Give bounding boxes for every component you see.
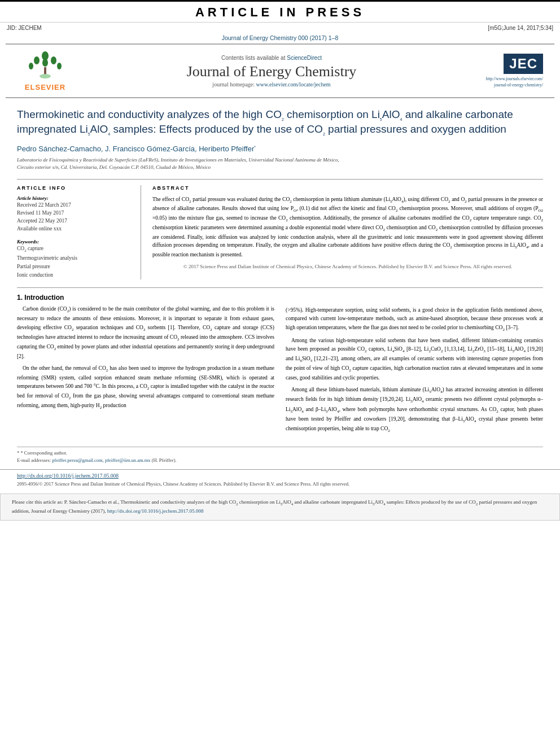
intro-para1: Carbon dioxide (CO2) is considered to be… (17, 305, 274, 361)
body-col-left: 1. Introduction Carbon dioxide (CO2) is … (17, 294, 274, 437)
keywords: Keywords: CO2 capture Thermogravimetric … (17, 239, 133, 280)
banner-text: ARTICLE IN PRESS (195, 5, 365, 19)
svg-point-2 (34, 56, 40, 64)
revised-date: Revised 11 May 2017 (17, 209, 133, 217)
jec-url: http://www.journals.elsevier.com/ journa… (486, 76, 543, 88)
body-col-right: (>95%). High-temperature sorption, using… (286, 294, 543, 437)
intro-para2: On the other hand, the removal of CO2 ha… (17, 364, 274, 412)
jid-label: JID: JECHEM (7, 25, 42, 31)
accepted-date: Accepted 22 May 2017 (17, 217, 133, 225)
keyword-4: Ionic conduction (17, 271, 133, 279)
article-title: Thermokinetic and conductivity analyzes … (17, 107, 543, 137)
intro-section-title: 1. Introduction (17, 294, 274, 302)
keyword-3: Partial pressure (17, 263, 133, 271)
affiliation: Laboratorio de Fisicoquímica y Reactivid… (17, 156, 543, 171)
available-online: Available online xxx (17, 225, 133, 233)
intro-para4: Among the various high-temperature solid… (286, 337, 543, 383)
footnote-area: * * Corresponding author. E-mail address… (17, 447, 543, 464)
intro-body-text: Carbon dioxide (CO2) is considered to be… (17, 305, 274, 411)
date-info: [m5G;June 14, 2017;5:34] (488, 25, 553, 31)
doi-link[interactable]: http://dx.doi.org/10.1016/j.jechem.2017.… (17, 473, 543, 479)
received-date: Received 22 March 2017 (17, 201, 133, 209)
citation-text: Please cite this article as: P. Sánchez-… (12, 499, 537, 514)
elsevier-text: ELSEVIER (25, 83, 65, 91)
section-divider (17, 287, 543, 288)
article-info-abstract-section: ARTICLE INFO Article history: Received 2… (17, 179, 543, 280)
body-section: 1. Introduction Carbon dioxide (CO2) is … (17, 294, 543, 437)
article-info-column: ARTICLE INFO Article history: Received 2… (17, 185, 141, 280)
contents-available-label: Contents lists available at ScienceDirec… (73, 55, 470, 61)
jec-logo-area: JEC http://www.journals.elsevier.com/ jo… (470, 54, 543, 88)
intro-para3: (>95%). High-temperature sorption, using… (286, 306, 543, 333)
email-1: pfeiffer.perea@gmail.com (52, 457, 102, 463)
page-footer: http://dx.doi.org/10.1016/j.jechem.2017.… (0, 469, 560, 490)
journal-name: Journal of Energy Chemistry (73, 63, 470, 80)
journal-header: ELSEVIER Contents lists available at Sci… (6, 43, 554, 98)
email-2: pfeiffer@iim.un.am.mx (105, 457, 151, 463)
svg-rect-7 (44, 67, 46, 75)
elsevier-logo-svg (23, 50, 68, 81)
abstract-header: ABSTRACT (152, 185, 543, 191)
copyright-line: © 2017 Science Press and Dalian Institut… (152, 264, 543, 269)
journal-center-info: Contents lists available at ScienceDirec… (73, 55, 470, 88)
svg-point-5 (57, 63, 62, 69)
svg-point-6 (42, 59, 48, 67)
authors: Pedro Sánchez-Camacho, J. Francisco Góme… (17, 145, 543, 153)
citation-box: Please cite this article as: P. Sánchez-… (0, 493, 560, 521)
keywords-label: Keywords: (17, 239, 133, 244)
corresponding-author-note: * * Corresponding author. (17, 449, 543, 457)
svg-point-8 (40, 74, 51, 78)
journal-volume-info: Journal of Energy Chemistry 000 (2017) 1… (222, 34, 339, 41)
footer-copyright: 2095-4956/© 2017 Science Press and Dalia… (17, 480, 543, 488)
keyword-2: Thermogravimetric analysis (17, 254, 133, 263)
top-meta: JID: JECHEM [m5G;June 14, 2017;5:34] (0, 23, 560, 33)
article-history: Article history: Received 22 March 2017 … (17, 195, 133, 233)
article-info-header: ARTICLE INFO (17, 185, 133, 191)
abstract-text: The effect of CO2 partial pressure was e… (152, 195, 543, 259)
article-in-press-banner: ARTICLE IN PRESS (0, 0, 560, 23)
svg-point-3 (51, 56, 56, 64)
citation-doi: http://dx.doi.org/10.1016/j.jechem.2017.… (107, 508, 204, 514)
sciencedirect-link: ScienceDirect (287, 55, 322, 61)
abstract-column: ABSTRACT The effect of CO2 partial press… (152, 185, 543, 280)
jec-logo-box: JEC (504, 54, 543, 74)
email-footnote: E-mail addresses: pfeiffer.perea@gmail.c… (17, 457, 543, 464)
homepage-url: www.elsevier.com/locate/jechem (256, 81, 331, 88)
journal-info-line: Journal of Energy Chemistry 000 (2017) 1… (0, 33, 560, 43)
homepage-label: journal homepage: www.elsevier.com/locat… (73, 81, 470, 88)
svg-point-4 (29, 63, 33, 69)
history-label: Article history: (17, 195, 133, 201)
keyword-1: CO2 capture (17, 244, 133, 254)
elsevier-logo: ELSEVIER (17, 50, 73, 91)
intro-para5: Among all these lithium-based materials,… (286, 386, 543, 434)
main-content: Thermokinetic and conductivity analyzes … (0, 98, 560, 443)
intro-body-text-right: (>95%). High-temperature sorption, using… (286, 306, 543, 434)
